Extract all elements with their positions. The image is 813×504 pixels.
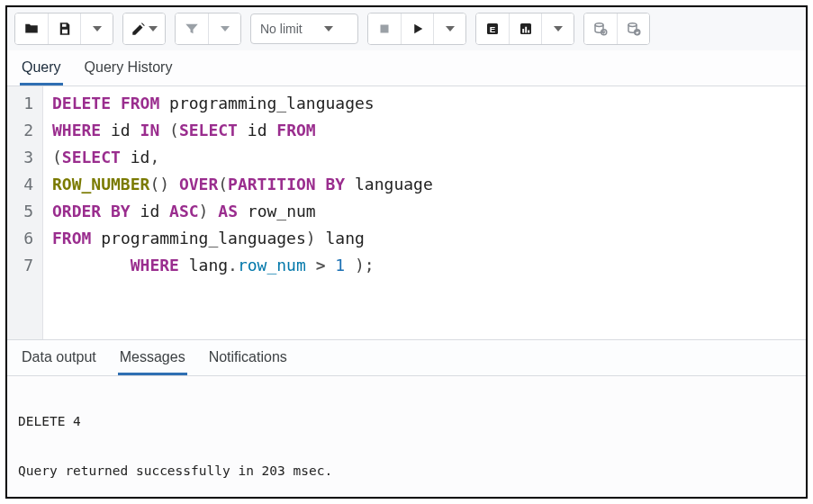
line-number: 6 [20,225,33,252]
tab-notifications[interactable]: Notifications [207,340,289,375]
svg-point-11 [628,23,637,27]
edit-group [122,13,166,45]
svg-point-9 [595,23,603,27]
db-commit-icon [592,21,609,37]
folder-icon [23,21,40,37]
line-gutter: 1 2 3 4 5 6 7 [7,86,43,339]
row-limit-label: No limit [260,22,303,36]
save-icon [57,21,73,37]
run-menu-button[interactable] [433,14,465,44]
chevron-down-icon [324,26,333,32]
message-line: DELETE 4 [18,414,81,428]
line-number: 7 [20,252,33,279]
open-file-button[interactable] [15,14,48,44]
output-tabs: Data output Messages Notifications [7,339,806,376]
chevron-down-icon [93,26,102,32]
chevron-down-icon [446,26,455,32]
explain-analyze-button[interactable] [509,14,541,44]
svg-rect-0 [62,24,67,27]
editor-tabs: Query Query History [7,50,806,86]
chevron-down-icon [554,26,563,32]
line-number: 1 [20,90,33,117]
svg-text:E: E [490,24,496,34]
tab-query-history[interactable]: Query History [83,50,175,86]
txn-group [583,13,650,45]
line-number: 3 [20,144,33,171]
filter-menu-button[interactable] [208,14,240,44]
filter-icon [184,21,200,37]
query-tool-window: No limit E [5,5,808,499]
stop-button[interactable] [368,14,401,44]
filter-button[interactable] [176,14,208,44]
explain-button[interactable]: E [476,14,509,44]
db-rollback-icon [626,21,642,37]
tab-query[interactable]: Query [20,50,63,86]
tab-messages[interactable]: Messages [118,340,187,375]
explain-icon: E [484,21,501,37]
line-number: 5 [20,198,33,225]
sql-editor[interactable]: 1 2 3 4 5 6 7 DELETE FROM programming_la… [7,86,806,339]
svg-rect-6 [522,29,524,33]
pencil-icon [131,21,147,37]
chevron-down-icon [221,26,230,32]
chevron-down-icon [149,26,158,32]
line-number: 2 [20,117,33,144]
svg-rect-7 [525,27,527,33]
svg-rect-8 [528,31,529,33]
edit-button[interactable] [123,14,165,44]
save-menu-button[interactable] [80,14,113,44]
messages-panel: DELETE 4 Query returned successfully in … [7,376,806,497]
svg-rect-2 [381,25,389,33]
explain-group: E [475,13,574,45]
play-icon [410,21,426,37]
line-number: 4 [20,171,33,198]
stop-icon [376,21,393,37]
message-line: Query returned successfully in 203 msec. [18,464,332,478]
save-file-button[interactable] [48,14,80,44]
toolbar: No limit E [7,7,806,50]
row-limit-select[interactable]: No limit [250,14,358,44]
run-button[interactable] [401,14,433,44]
exec-group [367,13,466,45]
rollback-button[interactable] [617,14,649,44]
tab-data-output[interactable]: Data output [20,340,98,375]
bar-chart-icon [518,21,534,37]
explain-menu-button[interactable] [541,14,574,44]
file-group [14,13,113,45]
code-area[interactable]: DELETE FROM programming_languages WHERE … [43,86,806,339]
svg-rect-1 [62,30,68,34]
filter-group [175,13,241,45]
commit-button[interactable] [584,14,617,44]
